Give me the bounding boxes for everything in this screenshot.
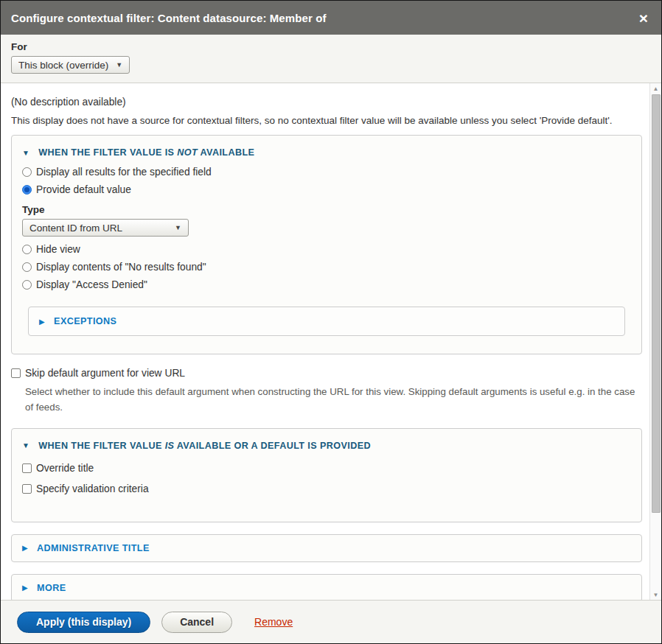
fieldset-administrative-title-legend[interactable]: ▶ ADMINISTRATIVE TITLE <box>22 543 631 553</box>
collapsed-triangle-icon: ▶ <box>39 318 45 326</box>
configure-contextual-filter-dialog: Configure contextual filter: Content dat… <box>0 0 662 644</box>
fieldset-administrative-title: ▶ ADMINISTRATIVE TITLE <box>11 534 642 562</box>
checkbox-validation-label: Specify validation criteria <box>36 483 149 494</box>
radio-hide-view[interactable] <box>22 245 32 254</box>
for-select[interactable]: This block (override) ▼ <box>11 56 130 74</box>
apply-button[interactable]: Apply (this display) <box>17 612 150 633</box>
fieldset-filter-not-available-legend[interactable]: ▼ WHEN THE FILTER VALUE IS NOT AVAILABLE <box>22 147 631 158</box>
radio-row-access-denied[interactable]: Display "Access Denied" <box>22 279 631 290</box>
radio-access-denied-label: Display "Access Denied" <box>36 279 147 290</box>
dialog-title: Configure contextual filter: Content dat… <box>11 12 636 24</box>
radio-row-display-all[interactable]: Display all results for the specified fi… <box>22 167 631 178</box>
checkbox-override-title-label: Override title <box>36 463 94 474</box>
for-section: For This block (override) ▼ <box>1 35 661 83</box>
radio-display-all[interactable] <box>22 167 32 177</box>
dialog-body: (No description available) This display … <box>1 83 649 600</box>
cancel-button[interactable]: Cancel <box>161 612 232 633</box>
radio-access-denied[interactable] <box>22 280 32 290</box>
dialog-content: (No description available) This display … <box>1 83 661 600</box>
for-select-value: This block (override) <box>18 60 108 71</box>
type-label: Type <box>22 204 631 215</box>
fieldset-exceptions-legend[interactable]: ▶ EXCEPTIONS <box>39 316 614 326</box>
legend-text: WHEN THE FILTER VALUE IS NOT AVAILABLE <box>38 147 254 158</box>
collapsed-triangle-icon: ▶ <box>22 544 28 552</box>
chevron-down-icon: ▼ <box>116 61 122 69</box>
radio-provide-default-label: Provide default value <box>36 184 131 195</box>
radio-row-provide-default[interactable]: Provide default value <box>22 184 631 195</box>
radio-no-results-label: Display contents of "No results found" <box>36 262 206 273</box>
vertical-scrollbar[interactable]: ▲ ▼ <box>649 83 661 600</box>
checkbox-row-override-title[interactable]: Override title <box>22 463 631 474</box>
checkbox-skip-default[interactable] <box>11 368 21 378</box>
radio-no-results[interactable] <box>22 262 32 272</box>
default-type-select-value: Content ID from URL <box>29 223 122 234</box>
collapsed-triangle-icon: ▶ <box>22 584 28 592</box>
fieldset-filter-available: ▼ WHEN THE FILTER VALUE IS AVAILABLE OR … <box>11 428 642 522</box>
fieldset-filter-available-legend[interactable]: ▼ WHEN THE FILTER VALUE IS AVAILABLE OR … <box>22 441 631 451</box>
chevron-down-icon: ▼ <box>175 224 181 231</box>
skip-default-description: Select whether to include this default a… <box>25 384 635 416</box>
radio-row-hide-view[interactable]: Hide view <box>22 244 631 255</box>
close-icon[interactable]: × <box>636 9 651 27</box>
checkbox-row-skip-default[interactable]: Skip default argument for view URL <box>11 368 642 379</box>
checkbox-override-title[interactable] <box>22 463 32 473</box>
fieldset-filter-not-available: ▼ WHEN THE FILTER VALUE IS NOT AVAILABLE… <box>11 135 642 354</box>
scroll-down-icon[interactable]: ▼ <box>650 589 661 600</box>
checkbox-validation[interactable] <box>22 484 32 494</box>
radio-hide-view-label: Hide view <box>36 244 80 255</box>
no-description-text: (No description available) <box>11 97 642 108</box>
remove-link[interactable]: Remove <box>254 616 293 628</box>
radio-row-no-results[interactable]: Display contents of "No results found" <box>22 262 631 273</box>
checkbox-skip-default-label: Skip default argument for view URL <box>25 368 185 379</box>
scroll-up-icon[interactable]: ▲ <box>650 83 661 94</box>
legend-text: WHEN THE FILTER VALUE IS AVAILABLE OR A … <box>38 441 371 451</box>
checkbox-row-validation[interactable]: Specify validation criteria <box>22 483 631 494</box>
fieldset-exceptions: ▶ EXCEPTIONS <box>28 307 625 336</box>
for-label: For <box>11 41 651 52</box>
fieldset-more-legend[interactable]: ▶ MORE <box>22 583 631 593</box>
collapse-triangle-icon: ▼ <box>22 149 29 157</box>
default-type-select[interactable]: Content ID from URL ▼ <box>22 219 189 237</box>
dialog-footer: Apply (this display) Cancel Remove <box>1 600 661 643</box>
radio-display-all-label: Display all results for the specified fi… <box>36 167 212 178</box>
display-source-note: This display does not have a source for … <box>11 115 642 126</box>
dialog-titlebar: Configure contextual filter: Content dat… <box>1 1 661 35</box>
collapse-triangle-icon: ▼ <box>22 441 29 449</box>
scrollbar-thumb[interactable] <box>652 94 661 513</box>
fieldset-more: ▶ MORE <box>11 574 642 600</box>
radio-provide-default[interactable] <box>22 185 32 195</box>
